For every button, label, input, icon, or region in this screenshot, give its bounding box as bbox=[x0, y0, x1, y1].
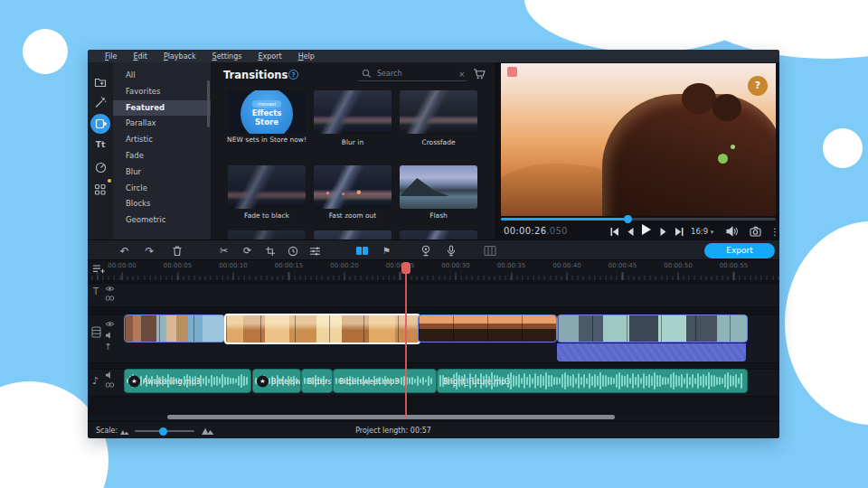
transition-card-crossfade[interactable] bbox=[400, 90, 477, 134]
scale-slider-handle[interactable] bbox=[159, 427, 167, 436]
crop-button[interactable] bbox=[262, 243, 278, 258]
menu-settings[interactable]: Settings bbox=[204, 52, 250, 61]
audio-clip[interactable]: ★ Awakening.mp3 bbox=[124, 369, 251, 393]
transition-card-blur-in[interactable] bbox=[314, 90, 392, 134]
help-button[interactable]: ? bbox=[748, 76, 768, 96]
audio-clip[interactable]: Bittersw bbox=[301, 369, 333, 393]
webcam-button[interactable] bbox=[418, 243, 433, 258]
volume-button[interactable] bbox=[724, 225, 739, 238]
card-caption: Fade to black bbox=[225, 211, 308, 221]
speaker-icon[interactable] bbox=[105, 331, 115, 340]
record-audio-button[interactable] bbox=[443, 243, 458, 258]
category-scrollbar[interactable] bbox=[207, 80, 210, 127]
scale-slider[interactable] bbox=[135, 430, 194, 432]
eye-icon[interactable] bbox=[105, 285, 115, 293]
menu-file[interactable]: File bbox=[97, 52, 125, 61]
clock-dial-icon bbox=[95, 162, 107, 174]
category-all[interactable]: All bbox=[113, 68, 211, 84]
play-button[interactable] bbox=[638, 223, 653, 236]
eye-icon[interactable] bbox=[105, 320, 115, 328]
menu-edit[interactable]: Edit bbox=[125, 52, 156, 61]
seek-handle[interactable] bbox=[624, 215, 632, 223]
transition-card-partial[interactable] bbox=[400, 230, 477, 239]
skip-end-button[interactable] bbox=[672, 225, 686, 238]
scale-motion-button[interactable] bbox=[90, 157, 110, 177]
silhouette-head bbox=[712, 94, 741, 121]
video-track-icon bbox=[91, 326, 101, 338]
audio-clip[interactable]: Bittersweet.mp3 bbox=[333, 369, 437, 393]
transition-card-flash[interactable] bbox=[400, 165, 477, 209]
category-blur[interactable]: Blur bbox=[113, 164, 211, 181]
video-clip[interactable] bbox=[124, 314, 225, 343]
zoom-out-icon[interactable] bbox=[120, 428, 129, 435]
next-frame-button[interactable] bbox=[656, 225, 671, 238]
category-fade[interactable]: Fade bbox=[113, 148, 211, 164]
playhead-handle[interactable] bbox=[401, 262, 410, 274]
transition-wizard-button[interactable] bbox=[354, 243, 370, 258]
clip-properties-button[interactable] bbox=[307, 243, 323, 258]
transitions-panel: Transitions ? × movavi Effects Store NEW… bbox=[211, 62, 495, 239]
folder-plus-icon bbox=[94, 76, 107, 88]
audio-clip[interactable]: Bright_Future.mp3 bbox=[437, 369, 748, 393]
zoom-in-icon[interactable] bbox=[202, 426, 214, 435]
snapshot-camera-button[interactable] bbox=[748, 225, 762, 238]
link-icon[interactable] bbox=[105, 295, 115, 302]
menu-playback[interactable]: Playback bbox=[156, 52, 204, 61]
delete-button[interactable] bbox=[169, 243, 184, 258]
status-bar: Scale: Project length: 00:57 bbox=[88, 421, 779, 438]
app-window: File Edit Playback Settings Export Help … bbox=[88, 50, 779, 438]
linked-audio-block[interactable] bbox=[557, 343, 746, 361]
filters-button[interactable] bbox=[90, 92, 110, 112]
category-favorites[interactable]: Favorites bbox=[113, 84, 211, 100]
transition-card-fast-zoom-out[interactable] bbox=[314, 165, 392, 209]
timeline-scrollbar[interactable] bbox=[167, 415, 615, 419]
transition-card-fade-to-black[interactable] bbox=[228, 165, 306, 209]
help-icon[interactable]: ? bbox=[288, 70, 298, 80]
category-circle[interactable]: Circle bbox=[113, 181, 211, 197]
audio-clip-label: Bright_Future.mp3 bbox=[443, 377, 510, 385]
audio-clip[interactable]: ★ Bitterswe bbox=[252, 369, 301, 393]
video-clip[interactable] bbox=[557, 314, 748, 343]
transition-card-store[interactable]: movavi Effects Store bbox=[228, 90, 306, 134]
video-clip[interactable] bbox=[418, 314, 557, 343]
rotate-button[interactable]: ⟳ bbox=[240, 243, 255, 258]
transitions-tab-button[interactable] bbox=[90, 114, 110, 134]
split-button[interactable]: ✂ bbox=[216, 243, 231, 258]
category-featured[interactable]: Featured bbox=[113, 100, 211, 117]
video-clip-selected[interactable] bbox=[224, 314, 420, 344]
export-button[interactable]: Export bbox=[704, 243, 775, 258]
category-artistic[interactable]: Artistic bbox=[113, 132, 211, 148]
category-geometric[interactable]: Geometric bbox=[113, 212, 211, 229]
transition-card-partial[interactable] bbox=[314, 230, 392, 239]
category-parallax[interactable]: Parallax bbox=[113, 116, 211, 132]
more-menu-button[interactable]: ⋮ bbox=[768, 225, 779, 238]
speaker-icon[interactable] bbox=[105, 371, 115, 380]
menu-help[interactable]: Help bbox=[290, 52, 323, 61]
redo-button[interactable]: ↷ bbox=[142, 243, 157, 258]
import-media-button[interactable] bbox=[90, 71, 110, 91]
marker-button[interactable]: ⚑ bbox=[379, 243, 394, 258]
titles-button[interactable]: Tt bbox=[90, 135, 110, 155]
link-icon[interactable] bbox=[105, 381, 115, 389]
clip-duration-button[interactable] bbox=[285, 243, 300, 258]
cart-icon[interactable] bbox=[473, 68, 486, 80]
aspect-ratio-select[interactable]: 16:9 ▾ bbox=[691, 227, 713, 236]
trash-icon bbox=[172, 245, 183, 257]
video-preview[interactable]: ? bbox=[501, 63, 776, 216]
timeline-ruler[interactable]: 00:00:00 00:00:05 00:00:10 00:00:15 00:0… bbox=[88, 260, 779, 280]
transition-card-partial[interactable] bbox=[228, 230, 306, 239]
category-blocks[interactable]: Blocks bbox=[113, 196, 211, 212]
raise-clip-icon[interactable]: ↑ bbox=[104, 342, 111, 352]
search-input[interactable] bbox=[375, 69, 458, 79]
track-layout-button[interactable] bbox=[482, 243, 497, 258]
skip-start-button[interactable] bbox=[607, 225, 621, 238]
ruler-label: 00:00:45 bbox=[596, 262, 650, 269]
close-icon[interactable]: × bbox=[458, 70, 466, 79]
transition-icon bbox=[95, 118, 107, 129]
title-track-lane[interactable] bbox=[88, 283, 779, 307]
more-tools-button[interactable] bbox=[90, 180, 110, 200]
prev-frame-button[interactable] bbox=[623, 225, 637, 238]
undo-button[interactable]: ↶ bbox=[117, 243, 132, 258]
seek-bar[interactable] bbox=[501, 218, 776, 221]
menu-export[interactable]: Export bbox=[250, 52, 289, 61]
